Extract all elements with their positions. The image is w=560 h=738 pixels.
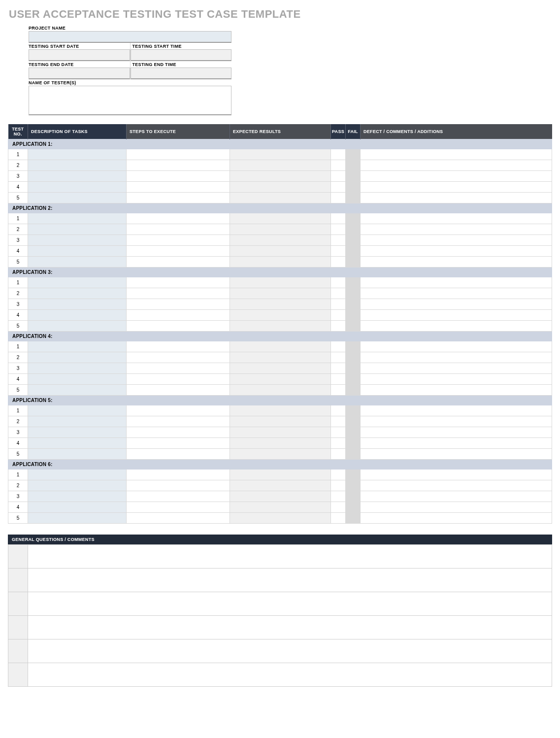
cell-steps[interactable]: [127, 310, 230, 321]
cell-description[interactable]: [28, 427, 127, 438]
cell-fail[interactable]: [346, 257, 361, 268]
cell-defect[interactable]: [361, 352, 552, 363]
cell-description[interactable]: [28, 182, 127, 193]
cell-fail[interactable]: [346, 416, 361, 427]
cell-fail[interactable]: [346, 182, 361, 193]
cell-fail[interactable]: [346, 449, 361, 460]
cell-fail[interactable]: [346, 502, 361, 513]
cell-steps[interactable]: [127, 416, 230, 427]
cell-description[interactable]: [28, 385, 127, 396]
cell-pass[interactable]: [331, 502, 346, 513]
cell-pass[interactable]: [331, 299, 346, 310]
cell-description[interactable]: [28, 257, 127, 268]
cell-expected[interactable]: [230, 277, 331, 288]
cell-steps[interactable]: [127, 171, 230, 182]
cell-defect[interactable]: [361, 182, 552, 193]
cell-pass[interactable]: [331, 449, 346, 460]
cell-description[interactable]: [28, 341, 127, 352]
cell-fail[interactable]: [346, 405, 361, 416]
cell-steps[interactable]: [127, 149, 230, 160]
cell-fail[interactable]: [346, 149, 361, 160]
cell-pass[interactable]: [331, 277, 346, 288]
cell-defect[interactable]: [361, 491, 552, 502]
cell-pass[interactable]: [331, 149, 346, 160]
cell-expected[interactable]: [230, 299, 331, 310]
cell-steps[interactable]: [127, 299, 230, 310]
cell-pass[interactable]: [331, 470, 346, 480]
cell-pass[interactable]: [331, 513, 346, 524]
cell-steps[interactable]: [127, 449, 230, 460]
cell-steps[interactable]: [127, 235, 230, 246]
cell-fail[interactable]: [346, 277, 361, 288]
cell-steps[interactable]: [127, 341, 230, 352]
cell-description[interactable]: [28, 310, 127, 321]
cell-fail[interactable]: [346, 363, 361, 374]
cell-expected[interactable]: [230, 449, 331, 460]
cell-steps[interactable]: [127, 193, 230, 203]
cell-fail[interactable]: [346, 321, 361, 332]
general-row-body[interactable]: [28, 616, 552, 639]
cell-defect[interactable]: [361, 321, 552, 332]
cell-expected[interactable]: [230, 257, 331, 268]
cell-pass[interactable]: [331, 160, 346, 171]
cell-defect[interactable]: [361, 299, 552, 310]
cell-fail[interactable]: [346, 310, 361, 321]
cell-steps[interactable]: [127, 277, 230, 288]
cell-description[interactable]: [28, 438, 127, 449]
cell-description[interactable]: [28, 288, 127, 299]
cell-steps[interactable]: [127, 513, 230, 524]
cell-steps[interactable]: [127, 385, 230, 396]
cell-pass[interactable]: [331, 213, 346, 224]
cell-defect[interactable]: [361, 257, 552, 268]
cell-pass[interactable]: [331, 288, 346, 299]
cell-expected[interactable]: [230, 374, 331, 385]
cell-expected[interactable]: [230, 438, 331, 449]
general-row-label[interactable]: [8, 639, 28, 663]
cell-pass[interactable]: [331, 257, 346, 268]
cell-expected[interactable]: [230, 405, 331, 416]
cell-expected[interactable]: [230, 160, 331, 171]
start-time-field[interactable]: [131, 49, 232, 61]
cell-expected[interactable]: [230, 213, 331, 224]
cell-defect[interactable]: [361, 449, 552, 460]
cell-defect[interactable]: [361, 405, 552, 416]
cell-defect[interactable]: [361, 438, 552, 449]
end-date-field[interactable]: [29, 67, 130, 79]
cell-description[interactable]: [28, 160, 127, 171]
cell-steps[interactable]: [127, 160, 230, 171]
cell-defect[interactable]: [361, 246, 552, 257]
cell-defect[interactable]: [361, 374, 552, 385]
cell-description[interactable]: [28, 235, 127, 246]
cell-steps[interactable]: [127, 480, 230, 491]
cell-fail[interactable]: [346, 246, 361, 257]
cell-pass[interactable]: [331, 171, 346, 182]
cell-fail[interactable]: [346, 235, 361, 246]
cell-expected[interactable]: [230, 224, 331, 235]
cell-defect[interactable]: [361, 288, 552, 299]
cell-steps[interactable]: [127, 470, 230, 480]
cell-steps[interactable]: [127, 363, 230, 374]
cell-description[interactable]: [28, 502, 127, 513]
cell-fail[interactable]: [346, 513, 361, 524]
cell-defect[interactable]: [361, 416, 552, 427]
general-row-body[interactable]: [28, 592, 552, 616]
cell-expected[interactable]: [230, 470, 331, 480]
cell-expected[interactable]: [230, 513, 331, 524]
cell-pass[interactable]: [331, 438, 346, 449]
cell-steps[interactable]: [127, 491, 230, 502]
cell-pass[interactable]: [331, 491, 346, 502]
cell-pass[interactable]: [331, 374, 346, 385]
cell-description[interactable]: [28, 374, 127, 385]
general-row-label[interactable]: [8, 592, 28, 616]
cell-pass[interactable]: [331, 193, 346, 203]
cell-fail[interactable]: [346, 438, 361, 449]
cell-expected[interactable]: [230, 491, 331, 502]
cell-pass[interactable]: [331, 182, 346, 193]
cell-pass[interactable]: [331, 352, 346, 363]
cell-description[interactable]: [28, 470, 127, 480]
cell-expected[interactable]: [230, 363, 331, 374]
general-row-body[interactable]: [28, 569, 552, 592]
cell-defect[interactable]: [361, 310, 552, 321]
cell-expected[interactable]: [230, 310, 331, 321]
cell-description[interactable]: [28, 321, 127, 332]
